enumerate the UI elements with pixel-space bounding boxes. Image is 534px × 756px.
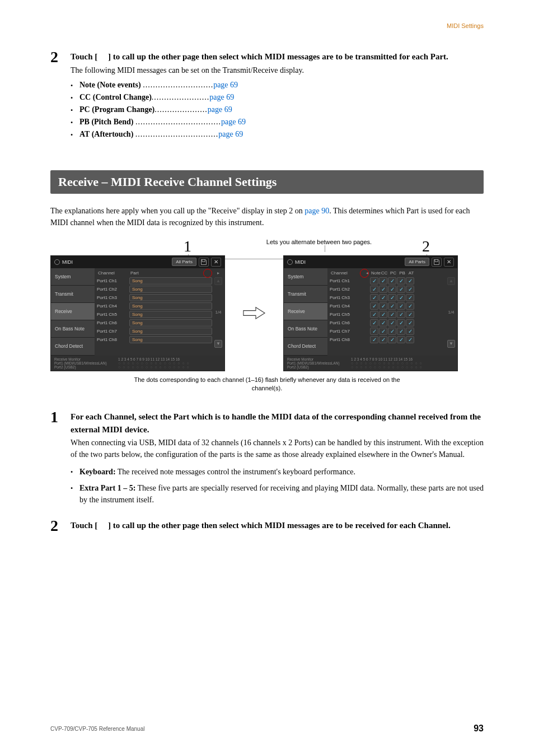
page-link[interactable]: page 69 bbox=[218, 130, 243, 138]
close-icon[interactable]: ✕ bbox=[211, 258, 221, 267]
checkbox-cell[interactable]: ✓ bbox=[406, 328, 414, 335]
page-link[interactable]: page 69 bbox=[209, 93, 234, 101]
pager-up-icon[interactable]: ▲ bbox=[447, 277, 455, 285]
pager-down-icon[interactable]: ▼ bbox=[214, 340, 222, 348]
checkbox-cell[interactable]: ✓ bbox=[370, 336, 378, 343]
all-parts-button[interactable]: All Parts bbox=[405, 258, 429, 266]
channel-cell: Port1 Ch8 bbox=[330, 337, 362, 342]
checkbox-cell[interactable]: ✓ bbox=[406, 311, 414, 318]
tab-receive[interactable]: Receive bbox=[284, 303, 327, 320]
checkbox-cell[interactable]: ✓ bbox=[379, 336, 387, 343]
checkbox-cell[interactable]: ✓ bbox=[406, 302, 414, 310]
checkbox-cell[interactable]: ✓ bbox=[397, 336, 405, 343]
channel-cell: Port1 Ch5 bbox=[97, 312, 129, 317]
part-cell[interactable]: Song bbox=[129, 328, 212, 335]
part-cell[interactable]: Song bbox=[129, 319, 212, 326]
checkbox-cell[interactable]: ✓ bbox=[388, 294, 396, 301]
callout-num-2: 2 bbox=[422, 237, 430, 255]
msg-pc: PC (Program Change).....................… bbox=[71, 105, 484, 114]
bullet-keyboard: Keyboard: The received note messages con… bbox=[71, 466, 484, 478]
checkbox-cell[interactable]: ✓ bbox=[379, 328, 387, 335]
checkbox-cell[interactable]: ✓ bbox=[379, 294, 387, 301]
checkbox-cell[interactable]: ✓ bbox=[370, 286, 378, 293]
step-title-b: ] to call up the other page then select … bbox=[108, 52, 448, 61]
page-link[interactable]: page 90 bbox=[305, 207, 329, 215]
checkbox-cell[interactable]: ✓ bbox=[406, 294, 414, 301]
channel-cell: Port1 Ch7 bbox=[97, 329, 129, 334]
checkbox-cell[interactable]: ✓ bbox=[370, 277, 378, 284]
transition-arrow-icon bbox=[241, 305, 268, 321]
tab-system[interactable]: System bbox=[51, 268, 95, 286]
checkbox-cell[interactable]: ✓ bbox=[388, 286, 396, 293]
check-row: ✓✓✓✓✓ bbox=[370, 286, 414, 293]
checkbox-cell[interactable]: ✓ bbox=[379, 311, 387, 318]
page-footer: CVP-709/CVP-705 Reference Manual 93 bbox=[50, 724, 484, 734]
checkbox-cell[interactable]: ✓ bbox=[406, 336, 414, 343]
dots: .................................. bbox=[135, 118, 221, 126]
midi-receive-panel-left: MIDI All Parts ✕ System Transmit Receive… bbox=[50, 255, 225, 371]
close-icon[interactable]: ✕ bbox=[444, 258, 454, 267]
checkbox-cell[interactable]: ✓ bbox=[388, 319, 396, 326]
checkbox-cell[interactable]: ✓ bbox=[397, 286, 405, 293]
part-cell[interactable]: Song bbox=[129, 286, 212, 293]
checkbox-cell[interactable]: ✓ bbox=[379, 277, 387, 284]
checkbox-cell[interactable]: ✓ bbox=[370, 294, 378, 301]
arrow-placeholder-icon bbox=[100, 521, 106, 530]
checkbox-cell[interactable]: ✓ bbox=[397, 328, 405, 335]
tab-receive[interactable]: Receive bbox=[51, 303, 95, 320]
save-icon[interactable] bbox=[199, 258, 209, 267]
part-cell[interactable]: Song bbox=[129, 277, 212, 284]
part-cell[interactable]: Song bbox=[129, 336, 212, 343]
checkbox-cell[interactable]: ✓ bbox=[397, 302, 405, 310]
table-row: Port1 Ch4✓✓✓✓✓ bbox=[330, 302, 456, 310]
checkbox-cell[interactable]: ✓ bbox=[379, 302, 387, 310]
tab-transmit[interactable]: Transmit bbox=[51, 286, 95, 303]
part-cell[interactable]: Song bbox=[129, 294, 212, 301]
msg-pb: PB (Pitch Bend) ........................… bbox=[71, 118, 484, 127]
page-link[interactable]: page 69 bbox=[221, 118, 246, 126]
checkbox-cell[interactable]: ✓ bbox=[388, 277, 396, 284]
part-cell[interactable]: Song bbox=[129, 302, 212, 310]
checkbox-cell[interactable]: ✓ bbox=[370, 311, 378, 318]
checkbox-cell[interactable]: ✓ bbox=[370, 319, 378, 326]
checkbox-cell[interactable]: ✓ bbox=[406, 319, 414, 326]
pager-up-icon[interactable]: ▲ bbox=[214, 277, 222, 285]
tab-chord-detect[interactable]: Chord Detect bbox=[51, 338, 95, 355]
callout-line bbox=[325, 245, 325, 252]
checkbox-cell[interactable]: ✓ bbox=[388, 302, 396, 310]
checkbox-cell[interactable]: ✓ bbox=[388, 328, 396, 335]
all-parts-button[interactable]: All Parts bbox=[172, 258, 196, 266]
footer-port1: Port1 (MIDI/USB1/WirelessLAN) bbox=[54, 361, 116, 365]
checkbox-cell[interactable]: ✓ bbox=[406, 286, 414, 293]
page-link[interactable]: page 69 bbox=[208, 105, 232, 114]
bullet-text: The received note messages control the i… bbox=[116, 468, 355, 476]
tab-system[interactable]: System bbox=[284, 268, 327, 286]
save-icon[interactable] bbox=[432, 258, 442, 267]
step-title: Touch [ ] to call up the other page then… bbox=[71, 50, 484, 63]
checkbox-cell[interactable]: ✓ bbox=[388, 336, 396, 343]
page-right-arrow-icon[interactable]: ▸ bbox=[213, 270, 223, 276]
checkbox-cell[interactable]: ✓ bbox=[406, 277, 414, 284]
intro-paragraph: The explanations here apply when you cal… bbox=[50, 205, 484, 228]
checkbox-cell[interactable]: ✓ bbox=[370, 328, 378, 335]
page-link[interactable]: page 69 bbox=[213, 81, 238, 89]
col-at: AT bbox=[407, 270, 415, 276]
checkbox-cell[interactable]: ✓ bbox=[397, 319, 405, 326]
tab-transmit[interactable]: Transmit bbox=[284, 286, 327, 303]
dots: ..................... bbox=[154, 105, 208, 114]
side-tabs: System Transmit Receive On Bass Note Cho… bbox=[51, 268, 95, 356]
checkbox-cell[interactable]: ✓ bbox=[397, 294, 405, 301]
tab-on-bass-note[interactable]: On Bass Note bbox=[51, 320, 95, 338]
tab-on-bass-note[interactable]: On Bass Note bbox=[284, 320, 327, 338]
checkbox-cell[interactable]: ✓ bbox=[379, 319, 387, 326]
panel-body: System Transmit Receive On Bass Note Cho… bbox=[51, 268, 224, 356]
checkbox-cell[interactable]: ✓ bbox=[388, 311, 396, 318]
checkbox-cell[interactable]: ✓ bbox=[397, 311, 405, 318]
part-cell[interactable]: Song bbox=[129, 311, 212, 318]
table-row: Port1 Ch2Song bbox=[97, 285, 223, 293]
tab-chord-detect[interactable]: Chord Detect bbox=[284, 338, 327, 355]
checkbox-cell[interactable]: ✓ bbox=[397, 277, 405, 284]
pager-down-icon[interactable]: ▼ bbox=[447, 340, 455, 348]
checkbox-cell[interactable]: ✓ bbox=[370, 302, 378, 310]
checkbox-cell[interactable]: ✓ bbox=[379, 286, 387, 293]
